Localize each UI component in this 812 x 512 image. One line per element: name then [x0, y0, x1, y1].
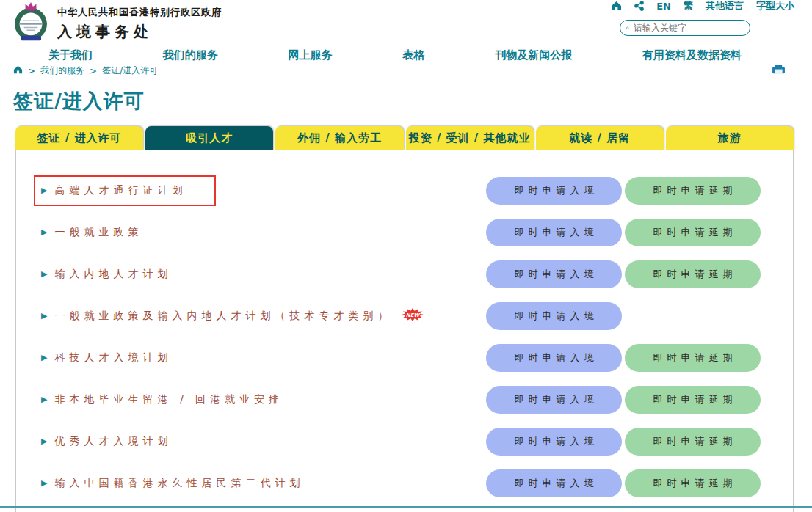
lang-link-other-languages[interactable]: 其他语言 [706, 0, 744, 12]
empty-action-slot [625, 302, 761, 330]
immd-logo-emblem [10, 1, 51, 43]
triangle-bullet-icon: ▶ [41, 270, 47, 278]
apply-entry-button[interactable]: 即时申请入境 [486, 469, 622, 497]
footer-divider [0, 506, 812, 508]
top-links: EN 繁 其他语言 字型大小 [618, 0, 794, 12]
scheme-link-gep-asmtp-technical-professional[interactable]: 一般就业政策及输入内地人才计划（技术专才类别） [54, 310, 392, 323]
main-nav: 关于我们 我们的服务 网上服务 表格 刊物及新闻公报 有用资料及数据资料 [0, 48, 812, 62]
lang-link-en[interactable]: EN [656, 1, 671, 12]
site-titles: 中华人民共和国香港特别行政区政府 入境事务处 [57, 6, 222, 42]
apply-entry-button[interactable]: 即时申请入境 [486, 177, 622, 205]
immd-logo[interactable] [10, 1, 51, 43]
category-tabs: 签证 / 进入许可 吸引人才 外佣 / 输入劳工 投资 / 受训 / 其他就业 … [15, 126, 794, 150]
breadcrumb-separator: > [90, 66, 97, 76]
tab-visas-entry-permits[interactable]: 签证 / 进入许可 [15, 126, 143, 150]
breadcrumb-separator: > [28, 66, 35, 76]
triangle-bullet-icon: ▶ [41, 186, 47, 194]
new-badge: NEW [401, 307, 424, 325]
home-icon[interactable] [611, 1, 622, 11]
tab-attract-talents[interactable]: 吸引人才 [145, 126, 273, 150]
apply-extension-button[interactable]: 即时申请延期 [625, 177, 761, 205]
tab-helpers-imported-workers[interactable]: 外佣 / 输入劳工 [275, 126, 403, 150]
nav-online-services[interactable]: 网上服务 [289, 48, 333, 62]
apply-entry-button[interactable]: 即时申请入境 [486, 386, 622, 414]
triangle-bullet-icon: ▶ [41, 437, 47, 445]
nav-our-services[interactable]: 我们的服务 [163, 48, 218, 62]
apply-entry-button[interactable]: 即时申请入境 [486, 260, 622, 288]
highlight-annotation-box: ▶ 高端人才通行证计划 [34, 175, 216, 206]
apply-extension-button[interactable]: 即时申请延期 [625, 386, 761, 414]
apply-extension-button[interactable]: 即时申请延期 [625, 260, 761, 288]
nav-forms[interactable]: 表格 [402, 48, 424, 62]
scheme-link-second-generation[interactable]: 输入中国籍香港永久性居民第二代计划 [54, 477, 304, 490]
apply-extension-button[interactable]: 即时申请延期 [625, 344, 761, 372]
triangle-bullet-icon: ▶ [41, 228, 47, 236]
tab-investment-training-other[interactable]: 投资 / 受训 / 其他就业 [406, 126, 534, 150]
search-input[interactable] [634, 23, 744, 33]
list-item: ▶ 一般就业政策及输入内地人才计划（技术专才类别） NEW 即时申请入境 [41, 295, 761, 337]
scheme-link-top-talent-pass[interactable]: 高端人才通行证计划 [54, 184, 186, 197]
nav-about-us[interactable]: 关于我们 [48, 48, 93, 62]
list-item: ▶ 输入内地人才计划 即时申请入境 即时申请延期 [41, 253, 761, 295]
search-icon [626, 23, 629, 33]
nav-useful-information[interactable]: 有用资料及数据资料 [642, 48, 742, 62]
triangle-bullet-icon: ▶ [41, 354, 47, 362]
triangle-bullet-icon: ▶ [41, 395, 47, 403]
list-item: ▶ 优秀人才入境计划 即时申请入境 即时申请延期 [41, 420, 761, 462]
tab-content-panel: ▶ 高端人才通行证计划 即时申请入境 即时申请延期 ▶ 一般就业政策 即时申请入… [15, 150, 794, 512]
printer-icon[interactable] [772, 65, 786, 78]
breadcrumb: > 我们的服务 > 签证/进入许可 [13, 65, 158, 77]
scheme-link-quality-migrant[interactable]: 优秀人才入境计划 [54, 435, 172, 448]
apply-extension-button[interactable]: 即时申请延期 [625, 428, 761, 456]
apply-entry-button[interactable]: 即时申请入境 [486, 428, 622, 456]
breadcrumb-our-services[interactable]: 我们的服务 [40, 65, 84, 77]
triangle-bullet-icon: ▶ [41, 312, 47, 320]
breadcrumb-current-page[interactable]: 签证/进入许可 [102, 65, 158, 77]
gov-title: 中华人民共和国香港特别行政区政府 [57, 6, 222, 19]
apply-entry-button[interactable]: 即时申请入境 [486, 219, 622, 246]
page-title: 签证/进入许可 [13, 88, 145, 114]
apply-entry-button[interactable]: 即时申请入境 [486, 344, 622, 372]
scheme-link-admission-mainland-talents[interactable]: 输入内地人才计划 [54, 268, 172, 281]
scheme-link-techtas[interactable]: 科技人才入境计划 [54, 351, 172, 365]
share-icon[interactable] [634, 1, 644, 11]
apply-extension-button[interactable]: 即时申请延期 [625, 469, 761, 497]
search-box[interactable] [620, 20, 750, 36]
breadcrumb-home-icon[interactable] [13, 65, 23, 76]
tab-travel[interactable]: 旅游 [666, 126, 794, 150]
list-item: ▶ 输入中国籍香港永久性居民第二代计划 即时申请入境 即时申请延期 [41, 462, 761, 504]
lang-link-traditional[interactable]: 繁 [684, 0, 693, 12]
font-size-link[interactable]: 字型大小 [756, 0, 794, 12]
list-item: ▶ 一般就业政策 即时申请入境 即时申请延期 [41, 211, 761, 253]
scheme-link-iang[interactable]: 非本地毕业生留港 / 回港就业安排 [54, 393, 283, 406]
list-item: ▶ 科技人才入境计划 即时申请入境 即时申请延期 [41, 337, 761, 378]
apply-extension-button[interactable]: 即时申请延期 [625, 219, 761, 246]
dept-name: 入境事务处 [57, 22, 222, 42]
list-item: ▶ 非本地毕业生留港 / 回港就业安排 即时申请入境 即时申请延期 [41, 378, 761, 420]
tab-study-residence[interactable]: 就读 / 居留 [536, 126, 664, 150]
apply-entry-button[interactable]: 即时申请入境 [486, 302, 622, 330]
nav-publications-press[interactable]: 刊物及新闻公报 [495, 48, 572, 62]
list-item: ▶ 高端人才通行证计划 即时申请入境 即时申请延期 [41, 169, 761, 211]
topbar: EN 繁 其他语言 字型大小 [618, 0, 794, 36]
triangle-bullet-icon: ▶ [41, 479, 47, 487]
svg-text:NEW: NEW [406, 312, 421, 318]
scheme-link-general-employment-policy[interactable]: 一般就业政策 [54, 226, 142, 239]
